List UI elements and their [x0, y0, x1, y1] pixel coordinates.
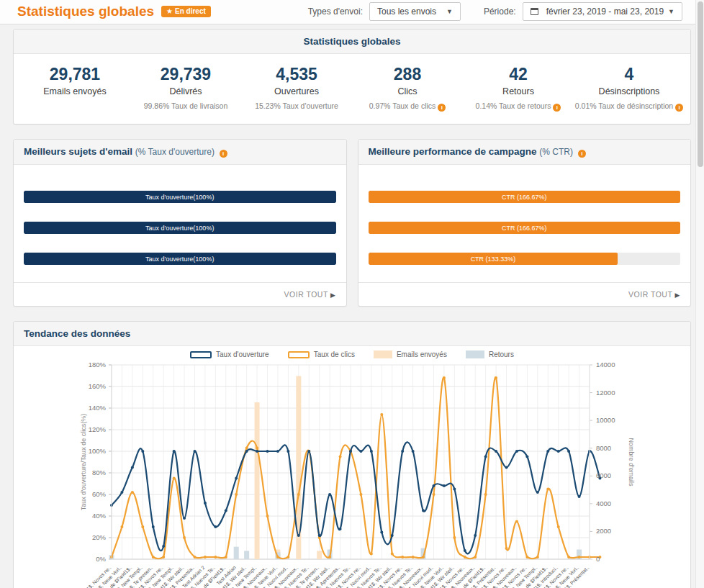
chevron-down-icon: ▼: [668, 8, 674, 15]
subject-bar-row: Taux d'ouverture(100%): [24, 222, 336, 234]
trend-card: Tendance des données Taux d'ouverture Ta…: [13, 321, 691, 588]
svg-text:10000: 10000: [596, 416, 615, 424]
bar-label: CTR (133.33%): [471, 255, 516, 263]
top-header: Statistiques globales ★ En direct Types …: [0, 0, 704, 24]
info-icon[interactable]: i: [675, 104, 683, 112]
emails-sent-swatch-icon: [374, 350, 392, 358]
campaign-bar-track: CTR (166.67%): [369, 222, 681, 234]
trend-card-title: Tendance des données: [14, 322, 690, 346]
best-subjects-body: Taux d'ouverture(100%) Taux d'ouverture(…: [14, 165, 346, 282]
legend-open-rate[interactable]: Taux d'ouverture: [190, 350, 269, 358]
see-all-link[interactable]: VOIR TOUT ▶: [284, 290, 336, 299]
stat-clicks: 288 Clics 0.97% Taux de clicsi: [352, 65, 463, 112]
info-icon[interactable]: i: [220, 150, 227, 158]
info-icon[interactable]: i: [553, 104, 561, 112]
line-series: [110, 376, 601, 558]
svg-text:0%: 0%: [96, 555, 106, 563]
svg-text:140%: 140%: [89, 404, 107, 412]
subject-open-rate-bar: Taux d'ouverture(100%): [24, 191, 336, 203]
stat-value: 42: [463, 65, 574, 84]
chevron-down-icon: ▼: [446, 8, 453, 15]
stat-opens: 4,535 Ouvertures 15.23% Taux d'ouverture: [241, 65, 352, 112]
stat-unsubscribes: 4 Désinscriptions 0.01% Taux de désinscr…: [574, 65, 685, 112]
live-badge-label: En direct: [175, 7, 206, 15]
subject-open-rate-bar: Taux d'ouverture(100%): [24, 253, 336, 265]
main-content: Statistiques globales 29,781 Emails envo…: [0, 24, 704, 588]
subject-bar-row: Taux d'ouverture(100%): [24, 191, 336, 203]
stat-value: 29,739: [130, 65, 241, 84]
subject-bar-track: Taux d'ouverture(100%): [24, 253, 336, 265]
svg-text:14000: 14000: [596, 361, 615, 368]
filters-bar: Types d'envoi: Tous les envois ▼ Période…: [308, 2, 682, 21]
bar-label: Taux d'ouverture(100%): [145, 255, 214, 263]
vertical-scrollbar: [695, 0, 704, 588]
stat-value: 4,535: [241, 65, 352, 84]
campaign-ctr-bar: CTR (133.33%): [369, 253, 618, 265]
period-label: Période:: [484, 6, 516, 17]
y-left-axis-title: Taux d'ouverture/Taux de clics(%): [80, 414, 87, 510]
subject-bar-track: Taux d'ouverture(100%): [24, 222, 336, 234]
best-subjects-title: Meilleurs sujets d'email (% Taux d'ouver…: [14, 140, 346, 165]
stat-value: 4: [574, 65, 685, 84]
campaign-ctr-bar: CTR (166.67%): [369, 191, 681, 203]
axes: 0%20%40%60%80%100%120%140%160%180%020004…: [76, 361, 635, 588]
stat-label: Emails envoyés: [19, 86, 130, 96]
campaign-bar-track: CTR (133.33%): [369, 253, 681, 265]
campaign-bar-track: CTR (166.67%): [369, 191, 681, 203]
best-subjects-panel: Meilleurs sujets d'email (% Taux d'ouver…: [13, 139, 347, 307]
svg-text:180%: 180%: [89, 361, 107, 368]
bar-label: Taux d'ouverture(100%): [145, 194, 214, 201]
svg-text:60%: 60%: [92, 490, 107, 498]
stat-value: 29,781: [19, 65, 130, 84]
bar-label: CTR (166.67%): [502, 225, 547, 232]
stat-label: Clics: [352, 86, 463, 96]
info-icon[interactable]: i: [438, 104, 446, 112]
svg-text:2000: 2000: [596, 527, 611, 535]
legend-bounces[interactable]: Retours: [466, 350, 514, 358]
open-rate-swatch-icon: [190, 351, 212, 358]
legend-click-rate[interactable]: Taux de clics: [288, 350, 355, 358]
stat-label: Ouvertures: [241, 86, 352, 96]
page-title: Statistiques globales: [17, 4, 154, 19]
send-type-select[interactable]: Tous les envois ▼: [369, 2, 461, 21]
campaign-bar-row: CTR (166.67%): [369, 222, 681, 234]
stat-label: Délivrés: [130, 86, 241, 96]
arrow-right-icon: ▶: [675, 291, 680, 299]
chart-legend: Taux d'ouverture Taux de clics Emails en…: [14, 350, 690, 358]
campaign-bar-row: CTR (133.33%): [369, 253, 681, 265]
calendar-icon: [531, 8, 538, 15]
svg-text:4000: 4000: [596, 499, 611, 507]
info-icon[interactable]: i: [578, 150, 586, 158]
stat-value: 288: [352, 65, 463, 84]
stats-row: 29,781 Emails envoyés 29,739 Délivrés 99…: [14, 54, 690, 124]
best-campaigns-panel: Meilleure performance de campagne (% CTR…: [358, 139, 692, 307]
subject-open-rate-bar: Taux d'ouverture(100%): [24, 222, 336, 234]
svg-text:6000: 6000: [596, 471, 611, 479]
live-badge: ★ En direct: [161, 6, 211, 17]
stat-emails-sent: 29,781 Emails envoyés: [19, 65, 130, 112]
bar-label: Taux d'ouverture(100%): [145, 225, 214, 232]
svg-text:20%: 20%: [92, 533, 107, 541]
scrollbar-thumb[interactable]: [698, 1, 703, 167]
trend-chart-svg: 0%20%40%60%80%100%120%140%160%180%020004…: [14, 346, 689, 588]
legend-emails-sent[interactable]: Emails envoyés: [374, 350, 447, 358]
best-campaigns-title: Meilleure performance de campagne (% CTR…: [358, 140, 691, 165]
stat-delivered: 29,739 Délivrés 99.86% Taux de livraison: [130, 65, 241, 112]
svg-text:12000: 12000: [596, 389, 615, 397]
send-type-label: Types d'envoi:: [308, 6, 363, 17]
click-rate-swatch-icon: [288, 351, 310, 358]
stat-sub-rate: 99.86% Taux de livraison: [130, 101, 241, 110]
bar-label: CTR (166.67%): [502, 194, 547, 201]
best-subjects-footer: VOIR TOUT ▶: [14, 282, 346, 306]
trend-chart-area: Taux d'ouverture Taux de clics Emails en…: [14, 346, 690, 588]
see-all-link[interactable]: VOIR TOUT ▶: [628, 290, 680, 299]
period-select[interactable]: février 23, 2019 - mai 23, 2019 ▼: [523, 2, 682, 21]
arrow-right-icon: ▶: [330, 291, 335, 299]
global-stats-card: Statistiques globales 29,781 Emails envo…: [13, 29, 691, 125]
stat-label: Désinscriptions: [574, 86, 685, 96]
svg-text:40%: 40%: [92, 512, 107, 520]
svg-text:160%: 160%: [89, 382, 107, 390]
best-campaigns-footer: VOIR TOUT ▶: [358, 282, 691, 306]
best-campaigns-body: CTR (166.67%) CTR (166.67%) CTR (133.33%: [358, 165, 691, 282]
stat-sub-rate: 0.97% Taux de clicsi: [352, 101, 463, 112]
